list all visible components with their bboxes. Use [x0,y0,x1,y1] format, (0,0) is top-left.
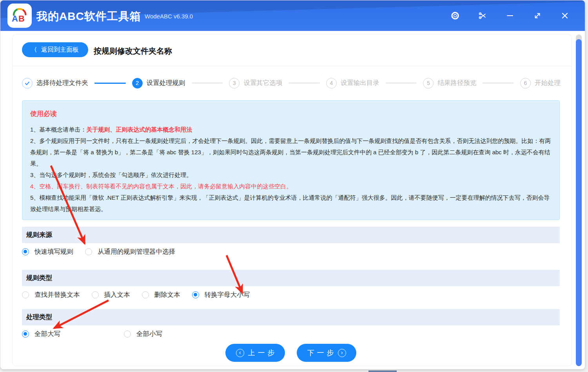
window-frame: A B 我的ABC软件工具箱 WodeABC v6.39.0 [0,0,585,369]
titlebar: A B 我的ABC软件工具箱 WodeABC v6.39.0 [0,0,585,31]
rule-source-options: 快速填写规则 从通用的规则管理器中选择 [22,247,560,256]
app-logo-icon: A B [7,4,32,28]
close-icon[interactable] [551,0,579,31]
vertical-scrollbar-thumb[interactable] [576,39,582,366]
settings-gear-icon[interactable] [441,0,469,31]
radio-icon [124,330,131,338]
step-connector [386,83,417,83]
radio-icon [85,248,92,255]
step-6-circle: 6 [520,78,531,88]
app-version: WodeABC v6.39.0 [145,13,193,20]
section-header-rule-source: 规则来源 [22,227,560,243]
radio-icon [22,291,29,298]
notice-line-5: 5、模糊查找功能采用「微软 .NET 正则表达式解析引擎」来实现，「正则表达式」… [30,192,552,215]
minimize-icon[interactable] [496,0,524,31]
step-indicator: 1 选择待处理文件夹 2 设置处理规则 3 设置其它选项 4 设置输出目录 [22,76,561,90]
step-connector [192,83,223,83]
radio-icon [92,291,99,298]
next-circle-icon: › [338,349,346,357]
step-4-circle: 4 [326,78,337,88]
step-3-other-options: 3 设置其它选项 [229,78,282,88]
step-1-select-folders: 1 选择待处理文件夹 [22,78,88,88]
notice-line-1: 1、基本概念请单击：关于规则、正则表达式的基本概念和用法 [30,124,552,135]
back-to-dashboard-button[interactable]: 〈 返回到主面板 [22,42,88,57]
step-connector [289,83,320,83]
rules-help-link[interactable]: 关于规则、正则表达式的基本概念和用法 [86,126,192,133]
step-6-start-process: 6 开始处理 [520,78,561,88]
step-5-path-preview: 5 结果路径预览 [423,78,476,88]
radio-icon [22,330,29,338]
radio-icon [22,248,29,255]
prev-step-button[interactable]: ‹ 上一步 [225,344,285,362]
radio-find-replace-text[interactable]: 查找并替换文本 [22,291,80,299]
radio-insert-text[interactable]: 插入文本 [92,291,130,299]
step-1-circle: 1 [22,78,33,88]
radio-icon [142,291,149,298]
radio-quick-fill-rules[interactable]: 快速填写规则 [22,247,73,256]
step-3-circle: 3 [229,78,240,88]
notice-line-3: 3、当勾选多个规则时，系统会按「勾选顺序」依次进行处理。 [30,169,552,181]
header-divider [13,66,572,66]
notice-title: 使用必读 [30,109,552,118]
check-icon [24,80,30,86]
taskbar-edge-hint [368,370,397,372]
prev-circle-icon: ‹ [236,349,244,357]
step-5-circle: 5 [423,78,434,88]
section-header-rule-type: 规则类型 [22,270,560,286]
radio-all-lowercase[interactable]: 全部小写 [124,330,162,338]
radio-from-rule-manager[interactable]: 从通用的规则管理器中选择 [85,247,175,256]
radio-all-uppercase[interactable]: 全部大写 [22,330,124,338]
next-step-button[interactable]: 下一步 › [297,344,356,362]
process-type-options: 全部大写 全部小写 [22,329,560,339]
app-window: A B 我的ABC软件工具箱 WodeABC v6.39.0 [0,0,588,372]
back-chevron-icon: 〈 [32,46,37,54]
maximize-resize-icon[interactable] [524,0,551,31]
step-2-set-rules: 2 设置处理规则 [132,78,185,88]
radio-delete-text[interactable]: 删除文本 [142,291,180,299]
scissors-icon[interactable] [469,0,496,31]
step-connector [483,83,514,83]
page-title: 按规则修改文件夹名称 [94,46,172,56]
wizard-nav: ‹ 上一步 下一步 › [22,344,560,362]
usage-notice-panel: 使用必读 1、基本概念请单击：关于规则、正则表达式的基本概念和用法 2、多个规则… [22,100,560,220]
svg-text:B: B [18,14,25,23]
svg-text:A: A [12,14,18,23]
radio-icon [192,291,199,298]
app-title: 我的ABC软件工具箱 [36,9,141,24]
rule-type-options: 查找并替换文本 插入文本 删除文本 转换字母大小写 [22,290,560,300]
radio-convert-letter-case[interactable]: 转换字母大小写 [192,291,250,299]
notice-line-2: 2、多个规则应用于同一文件时，只有在上一条规则处理完后，才会处理下一条规则。因此… [30,135,552,169]
step-2-circle: 2 [132,78,143,88]
back-button-label: 返回到主面板 [41,46,79,54]
notice-line-4: 4、空格、回车换行、制表符等看不见的内容也属于文本，因此，请务必留意输入内容中的… [30,181,552,192]
step-4-output-dir: 4 设置输出目录 [326,78,379,88]
section-header-process-type: 处理类型 [22,309,560,325]
step-connector [94,83,126,84]
